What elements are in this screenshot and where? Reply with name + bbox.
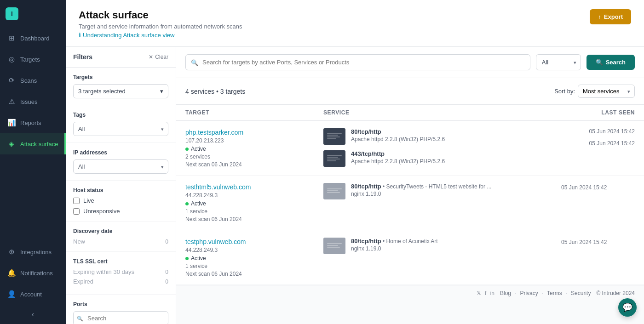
sidebar-item-reports[interactable]: 📊 Reports [0, 112, 66, 133]
tls-expiring-label: Expiring within 30 days [73, 268, 134, 275]
sort-select[interactable]: Most services Least services Alphabetica… [578, 85, 635, 98]
export-icon: ↑ [598, 13, 601, 20]
sidebar-item-account[interactable]: 👤 Account [0, 284, 66, 305]
understanding-link[interactable]: ℹ Understanding Attack surface view [79, 32, 174, 39]
targets-select[interactable]: 3 targets selected ▾ [73, 84, 168, 98]
notifications-icon: 🔔 [7, 269, 16, 277]
sidebar-item-scans[interactable]: ⟳ Scans [0, 70, 66, 91]
dashboard-icon: ⊞ [7, 34, 16, 42]
footer-terms-link[interactable]: Terms [547, 290, 562, 296]
search-filter-select[interactable]: All Targets Services Products [536, 54, 581, 70]
account-icon: 👤 [7, 290, 16, 298]
footer-security-link[interactable]: Security [571, 290, 591, 296]
ports-search-input[interactable] [73, 311, 168, 324]
ports-search-wrapper [73, 311, 168, 324]
host-status-label: Host status [73, 187, 168, 193]
target-name-3: testphp.vulnweb.com [185, 238, 323, 246]
targets-icon: ◎ [7, 55, 16, 63]
facebook-icon[interactable]: f [485, 290, 486, 296]
results-search-input[interactable] [185, 54, 530, 70]
sort-wrapper: Sort by: Most services Least services Al… [554, 85, 635, 98]
footer-privacy-link[interactable]: Privacy [520, 290, 538, 296]
table-row: php.testsparker.com 107.20.213.223 Activ… [176, 121, 644, 176]
sidebar-item-dashboard[interactable]: ⊞ Dashboard [0, 28, 66, 49]
target-link-3[interactable]: testphp.vulnweb.com [185, 238, 246, 245]
issues-icon: ⚠ [7, 97, 16, 106]
page-description: Target and service information from auto… [79, 23, 242, 30]
services-count-3: 1 service [185, 263, 323, 269]
sidebar-item-label: Integrations [20, 249, 52, 256]
attack-surface-icon: ◈ [7, 140, 16, 148]
ports-filter-section: Ports 80 3 [66, 295, 176, 324]
col-service: Service [323, 109, 561, 116]
status-dot-3 [185, 257, 189, 260]
service-info-1-0: 80/tcp/http Apache httpd 2.2.8 (Win32) P… [323, 128, 561, 145]
page-header-left: Attack surface Target and service inform… [79, 9, 242, 39]
unresponsive-checkbox[interactable] [73, 208, 80, 215]
target-ip-1: 107.20.213.223 [185, 137, 323, 144]
sidebar-item-attack-surface[interactable]: ◈ Attack surface [0, 133, 66, 154]
sidebar-item-label: Issues [20, 98, 38, 105]
service-desc-1-0: Apache httpd 2.2.8 (Win32) PHP/5.2.6 [351, 136, 445, 142]
linkedin-icon[interactable]: in [490, 290, 494, 296]
unresponsive-label: Unresponsive [83, 208, 120, 215]
sidebar-collapse-button[interactable]: ‹ [0, 305, 66, 324]
last-seen-col-2: 05 Jun 2024 15:42 [561, 183, 635, 191]
search-button[interactable]: 🔍 Search [586, 55, 635, 70]
tags-filter-label: Tags [73, 112, 168, 118]
clear-filters-button[interactable]: ✕ Clear [149, 54, 168, 60]
service-thumb-2-0 [323, 183, 345, 199]
target-status-2: Active [185, 200, 323, 207]
unresponsive-checkbox-label[interactable]: Unresponsive [73, 208, 168, 215]
service-port-2-0: 80/tcp/http • SecurityTweets - HTML5 tes… [351, 183, 491, 190]
sidebar-nav: ⊞ Dashboard ◎ Targets ⟳ Scans ⚠ Issues 📊… [0, 28, 66, 305]
services-list-1: 80/tcp/http Apache httpd 2.2.8 (Win32) P… [323, 128, 561, 167]
status-text-1: Active [191, 146, 206, 152]
service-desc-3-0: nginx 1.19.0 [351, 245, 438, 252]
col-last-seen: Last seen [561, 109, 635, 116]
services-table: Target Service Last seen php.testsparker… [176, 105, 644, 285]
footer-blog-link[interactable]: Blog [500, 290, 511, 296]
next-scan-3: Next scan 06 Jun 2024 [185, 271, 323, 277]
service-port-3-0: 80/tcp/http • Home of Acunetix Art [351, 238, 438, 244]
tls-expired-row: Expired 0 [73, 278, 168, 285]
sidebar-item-notifications[interactable]: 🔔 Notifications [0, 262, 66, 284]
sidebar-item-label: Scans [20, 77, 37, 84]
table-header: Target Service Last seen [176, 105, 644, 121]
ip-select[interactable]: All [73, 159, 168, 174]
tls-ssl-label: TLS SSL cert [73, 258, 168, 265]
service-port-1-1: 443/tcp/http [351, 150, 445, 157]
target-ip-3: 44.228.249.3 [185, 247, 323, 253]
target-status-3: Active [185, 255, 323, 261]
sidebar-item-label: Reports [20, 119, 41, 126]
target-link-1[interactable]: php.testsparker.com [185, 129, 243, 136]
footer-social: 𝕏 f in [477, 290, 494, 296]
target-link-2[interactable]: testhtml5.vulnweb.com [185, 183, 251, 191]
services-count-2: 1 service [185, 208, 323, 215]
sidebar-item-targets[interactable]: ◎ Targets [0, 49, 66, 70]
discovery-new-label: New [73, 238, 85, 245]
filters-title: Filters [73, 53, 92, 61]
sidebar-item-issues[interactable]: ⚠ Issues [0, 91, 66, 112]
collapse-icon: ‹ [32, 310, 34, 318]
ip-filter-label: IP addresses [73, 149, 168, 156]
export-button[interactable]: ↑ Export [590, 9, 631, 24]
info-icon: ℹ [79, 32, 81, 39]
tags-select[interactable]: All [73, 122, 168, 136]
discovery-new-count: 0 [165, 239, 168, 245]
results-summary: 4 services • 3 targets Sort by: Most ser… [176, 78, 644, 105]
sidebar-item-integrations[interactable]: ⊕ Integrations [0, 241, 66, 262]
chat-bubble[interactable]: 💬 [618, 298, 637, 317]
live-checkbox[interactable] [73, 198, 80, 204]
twitter-icon[interactable]: 𝕏 [477, 290, 481, 296]
last-seen-2-0: 05 Jun 2024 15:42 [561, 184, 607, 191]
filters-panel: Filters ✕ Clear Targets 3 targets select… [66, 47, 176, 324]
service-info-3-0: 80/tcp/http • Home of Acunetix Art nginx… [323, 238, 561, 254]
tags-select-wrapper: All [73, 122, 168, 136]
live-checkbox-label[interactable]: Live [73, 197, 168, 204]
discovery-date-label: Discovery date [73, 228, 168, 234]
sidebar-item-label: Attack surface [20, 141, 58, 148]
content-area: Filters ✕ Clear Targets 3 targets select… [66, 47, 644, 324]
footer-copyright: © Intruder 2024 [596, 290, 635, 296]
live-label: Live [83, 197, 94, 204]
